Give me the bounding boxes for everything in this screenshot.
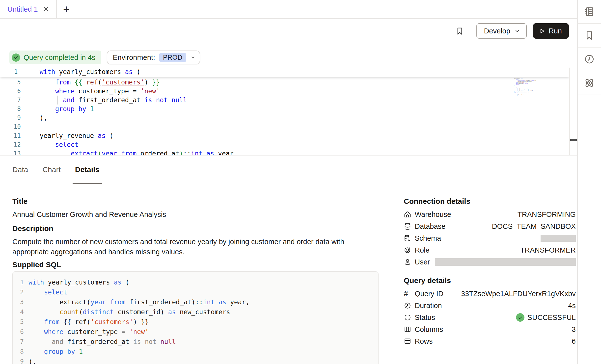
code-line[interactable]: 7 and first_ordered_at is not null [0,96,569,104]
details-panel: Title Annual Customer Growth and Revenue… [0,184,577,364]
file-tab-untitled-1[interactable]: Untitled 1 ✕ [0,0,57,18]
user-icon [404,258,411,266]
editor-lines: 5 from {{ ref('customers') }}6 where cus… [0,78,569,156]
line-number: 6 [0,87,21,96]
role-icon [404,246,411,254]
row-label: Schema [415,234,441,242]
clock-icon [404,302,411,309]
sql-line: 8 group by 1 [13,347,378,357]
line-number: 7 [13,337,24,347]
check-circle-icon [12,53,20,62]
status-badge: SUCCESSFUL [516,313,576,322]
code-line[interactable]: 6 where customer_type = 'new' [0,87,569,96]
scrollbar-thumb[interactable] [570,139,577,141]
new-tab-button[interactable]: + [57,0,76,18]
sidebar-item-notebook[interactable] [578,0,601,24]
line-number: 8 [0,104,21,113]
spinner-icon [404,314,411,321]
row-label: Query ID [415,290,443,298]
query-row-rows: Rows 6 [404,336,576,347]
sql-line: 9), [13,357,378,364]
sticky-line[interactable]: 1with yearly_customers as ( [0,67,569,77]
row-label: Warehouse [415,210,451,219]
code-line[interactable]: 9), [0,113,569,122]
query-status-pill: Query completed in 4s [9,51,101,64]
details-left-column: Title Annual Customer Growth and Revenue… [12,184,379,364]
sidebar-item-copilot[interactable] [578,71,601,95]
tab-chart[interactable]: Chart [42,156,60,184]
row-value: 6 [572,337,576,345]
rows-icon [404,338,411,345]
play-icon [539,28,545,34]
row-label: Status [415,313,435,322]
columns-icon [404,326,411,333]
title-heading: Title [12,197,27,206]
hash-icon: # [404,289,411,298]
tab-data[interactable]: Data [12,156,28,184]
description-value: Compute the number of new customers and … [12,237,374,257]
run-label: Run [549,27,562,35]
chevron-down-icon [514,28,520,34]
bookmark-button[interactable] [455,26,464,36]
sidebar-item-bookmarks[interactable] [578,24,601,48]
query-details-heading: Query details [404,276,451,285]
code-line[interactable]: 13 extract(year from ordered_at)::int as… [0,149,569,156]
database-icon [404,223,411,230]
code-line[interactable]: 11yearly_revenue as ( [0,131,569,140]
code-line[interactable]: 12 select [0,140,569,149]
main-area: Untitled 1 ✕ + Develop Ru [0,0,578,364]
line-number: 4 [13,307,24,317]
code-line[interactable]: 5 from {{ ref('customers') }} [0,78,569,87]
close-icon[interactable]: ✕ [43,5,49,13]
line-number: 2 [13,287,24,297]
row-label: Duration [415,302,442,310]
environment-selector[interactable]: Environment: PROD [107,51,200,64]
develop-dropdown[interactable]: Develop [476,23,526,39]
query-status-text: Query completed in 4s [24,53,95,62]
code-line[interactable]: 8 group by 1 [0,104,569,113]
query-row-status: Status SUCCESSFUL [404,312,576,323]
line-number: 12 [0,140,21,149]
sql-line: 5 from {{ ref('customers') }} [13,317,378,327]
supplied-sql-heading: Supplied SQL [12,260,61,269]
supplied-sql-block: 1with yearly_customers as (2 select3 ext… [12,271,379,364]
sparkle-x-icon [584,77,595,89]
row-value: 33TZseWpe1ALFDUYerxR1gVKxbv [461,290,576,298]
develop-label: Develop [484,27,510,35]
ide-app: Untitled 1 ✕ + Develop Ru [0,0,601,364]
connection-row-role: Role TRANSFORMER [404,245,576,256]
tab-details[interactable]: Details [75,156,99,184]
description-heading: Description [12,224,53,233]
line-number: 1 [13,277,24,287]
sql-line: 2 select [13,287,378,297]
line-number: 9 [0,113,21,122]
line-number: 5 [0,78,21,87]
run-button[interactable]: Run [533,23,569,39]
chevron-down-icon [190,55,196,60]
row-value: DOCS_TEAM_SANDBOX [492,222,576,231]
connection-details-heading: Connection details [404,197,470,206]
code-line[interactable]: 10 [0,122,569,131]
warehouse-icon [404,211,411,218]
row-label: Columns [415,325,443,334]
sidebar-item-history[interactable] [578,48,601,71]
query-row-columns: Columns 3 [404,324,576,335]
sql-line: 7 and first_ordered_at is not null [13,337,378,347]
row-label: Role [415,246,430,254]
connection-row-user: User [404,257,576,267]
right-sidebar [578,0,601,364]
redacted-value [541,235,576,242]
code-line[interactable]: 1with yearly_customers as ( [0,67,569,76]
sql-editor[interactable]: 5 from {{ ref('customers') }}6 where cus… [0,67,577,156]
line-number: 11 [0,131,21,140]
history-icon [584,54,595,65]
file-tab-bar: Untitled 1 ✕ + [0,0,577,19]
file-tab-label: Untitled 1 [7,5,38,13]
connection-row-database: Database DOCS_TEAM_SANDBOX [404,221,576,232]
notebook-icon [584,6,595,17]
title-value: Annual Customer Growth and Revenue Analy… [12,209,166,220]
editor-scrollbar[interactable] [569,68,577,155]
sql-line: 6 where customer_type = 'new' [13,327,378,337]
bookmark-icon [584,30,595,41]
line-number: 13 [0,149,21,156]
